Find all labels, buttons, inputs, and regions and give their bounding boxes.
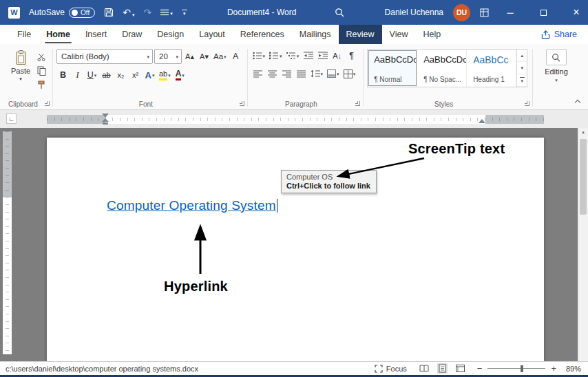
align-right-button[interactable] — [280, 67, 293, 80]
web-layout-button[interactable] — [454, 364, 466, 373]
superscript-button[interactable]: x² — [129, 68, 142, 82]
tab-mailings[interactable]: Mailings — [292, 25, 339, 44]
numbering-button[interactable]: ▾ — [268, 49, 284, 63]
borders-button[interactable]: ▾ — [342, 67, 357, 80]
tab-review[interactable]: Review — [339, 25, 382, 44]
scroll-up-button[interactable]: ▴ — [578, 129, 588, 135]
style-card-heading1[interactable]: AaBbCc Heading 1 — [467, 50, 516, 87]
font-size-combobox[interactable]: 20 ▾ — [154, 49, 182, 64]
show-hide-marks-button[interactable]: ¶ — [345, 49, 358, 63]
ribbon-tab-bar: File Home Insert Draw Design Layout Refe… — [0, 25, 588, 44]
tab-layout[interactable]: Layout — [191, 25, 233, 44]
tab-home[interactable]: Home — [39, 25, 78, 44]
clear-formatting-button[interactable]: A — [229, 50, 242, 63]
multilevel-list-button[interactable]: ▾ — [285, 49, 301, 63]
tab-draw[interactable]: Draw — [114, 25, 149, 44]
minimize-button[interactable]: ─ — [498, 0, 522, 25]
tab-insert[interactable]: Insert — [78, 25, 114, 44]
share-button[interactable]: Share — [530, 25, 588, 44]
quick-list-button[interactable]: ▾ — [160, 9, 173, 16]
save-button[interactable] — [104, 8, 114, 17]
print-layout-button[interactable] — [437, 363, 448, 374]
undo-button[interactable]: ↶ ▾ — [123, 8, 134, 17]
subscript-button[interactable]: x₂ — [114, 68, 127, 82]
zoom-in-button[interactable]: + — [551, 364, 556, 373]
increase-indent-button[interactable] — [316, 49, 329, 63]
autosave-switch[interactable]: Off — [69, 8, 95, 18]
zoom-slider[interactable] — [487, 365, 545, 373]
change-case-button[interactable]: Aa▾ — [212, 50, 228, 63]
underline-button[interactable]: U▾ — [85, 68, 98, 82]
tab-view[interactable]: View — [382, 25, 416, 44]
format-painter-button[interactable] — [37, 80, 46, 89]
copy-button[interactable] — [37, 66, 46, 76]
redo-button[interactable]: ↷ — [143, 8, 151, 17]
editing-dropdown-icon[interactable]: ▾ — [555, 78, 558, 83]
ribbon-group-paragraph: ▾ ▾ ▾ A↓ — [249, 46, 363, 109]
find-button[interactable] — [546, 49, 567, 65]
vertical-scrollbar[interactable]: ▴ — [578, 128, 588, 361]
clipboard-dialog-launcher[interactable] — [45, 101, 50, 106]
style-card-normal[interactable]: AaBbCcDc ¶ Normal — [368, 50, 417, 87]
font-color-button[interactable]: A▾ — [174, 68, 187, 82]
user-avatar[interactable]: DU — [453, 4, 470, 21]
zoom-percentage[interactable]: 89% — [562, 365, 581, 373]
autosave-toggle[interactable]: AutoSave Off — [29, 8, 95, 18]
paragraph-dialog-launcher[interactable] — [355, 101, 360, 106]
close-button[interactable]: × — [565, 0, 588, 25]
line-spacing-button[interactable]: ▾ — [309, 67, 325, 80]
styles-dialog-launcher[interactable] — [525, 101, 529, 106]
align-center-button[interactable] — [266, 67, 279, 80]
first-line-indent-marker[interactable] — [102, 114, 109, 118]
sort-button[interactable]: A↓ — [330, 49, 344, 63]
paste-button[interactable]: Paste ▾ — [6, 47, 36, 98]
styles-scroll-down-button[interactable]: ▾ — [517, 62, 527, 74]
tab-help[interactable]: Help — [415, 25, 448, 44]
read-mode-button[interactable] — [418, 364, 430, 373]
bold-button[interactable]: B — [56, 68, 70, 82]
justify-button[interactable] — [295, 67, 308, 80]
styles-more-button[interactable]: ▾ — [517, 74, 527, 87]
text-highlight-button[interactable]: ab▾ — [158, 68, 172, 82]
zoom-slider-thumb[interactable] — [521, 365, 523, 372]
tab-references[interactable]: References — [233, 25, 292, 44]
zoom-out-button[interactable]: − — [477, 364, 483, 373]
paste-clipboard-icon — [14, 50, 28, 65]
tab-stop-selector[interactable]: ∟ — [6, 114, 17, 124]
scrollbar-thumb[interactable] — [580, 139, 587, 215]
collapse-ribbon-button[interactable] — [574, 98, 581, 105]
hanging-indent-marker[interactable] — [102, 118, 109, 122]
shading-button[interactable]: ▾ — [326, 67, 341, 80]
styles-scroll-up-button[interactable]: ▴ — [517, 50, 527, 62]
tab-design[interactable]: Design — [149, 25, 191, 44]
word-app-icon[interactable]: W — [8, 7, 20, 19]
right-indent-marker[interactable] — [479, 119, 485, 123]
vertical-ruler[interactable] — [3, 131, 12, 354]
maximize-button[interactable] — [532, 0, 555, 25]
bullets-button[interactable]: ▾ — [251, 49, 267, 63]
editing-label[interactable]: Editing — [545, 67, 568, 76]
ribbon-display-options-button[interactable] — [480, 8, 489, 17]
ruler-left-margin — [47, 115, 105, 124]
search-button[interactable] — [335, 8, 344, 17]
font-name-combobox[interactable]: Calibri (Body) ▾ — [56, 49, 153, 64]
font-dialog-launcher[interactable] — [240, 101, 244, 106]
focus-button[interactable]: Focus — [375, 365, 407, 373]
left-indent-marker[interactable] — [103, 122, 108, 125]
horizontal-ruler[interactable] — [47, 115, 544, 124]
user-name[interactable]: Daniel Uchenna — [385, 8, 443, 17]
grow-font-button[interactable]: A▴ — [183, 50, 196, 63]
decrease-indent-button[interactable] — [302, 49, 315, 63]
text-effects-button[interactable]: A▾ — [143, 68, 156, 82]
italic-button[interactable]: I — [71, 68, 84, 82]
align-left-button[interactable] — [251, 67, 264, 80]
toolbar-overflow-button[interactable]: ▾ — [182, 10, 187, 16]
document-hyperlink[interactable]: Computer Operating System — [107, 198, 276, 213]
tab-file[interactable]: File — [10, 25, 39, 44]
cut-button[interactable] — [37, 52, 46, 62]
strikethrough-button[interactable]: ab — [100, 68, 113, 82]
screentip-tooltip: Computer OS Ctrl+Click to follow link — [281, 170, 377, 193]
document-path[interactable]: c:\users\daniel\desktop\computer operati… — [6, 365, 375, 373]
style-card-no-spacing[interactable]: AaBbCcDc ¶ No Spac... — [417, 50, 467, 87]
shrink-font-button[interactable]: A▾ — [198, 50, 211, 63]
